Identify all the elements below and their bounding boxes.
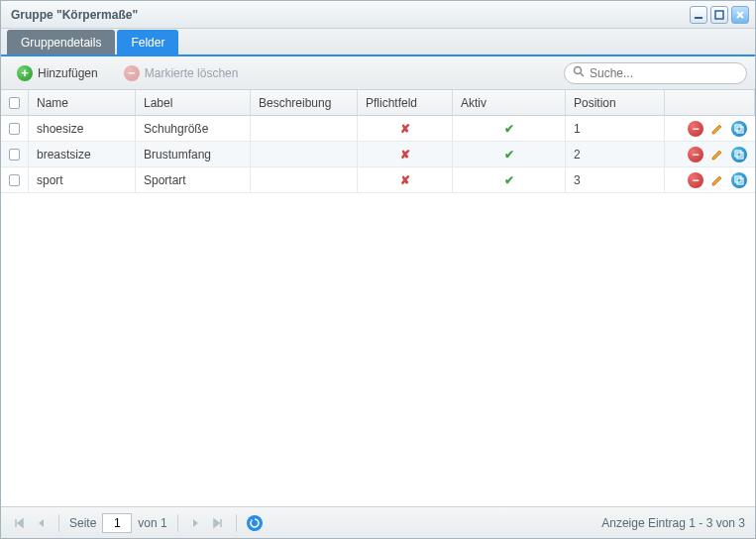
copy-icon (734, 175, 744, 185)
grid-header: Name Label Beschreibung Pflichtfeld Akti… (1, 90, 755, 116)
row-edit-button[interactable] (709, 121, 725, 137)
svg-rect-8 (735, 151, 741, 157)
check-icon: ✔ (504, 122, 514, 136)
copy-icon (734, 124, 744, 134)
x-icon: ✘ (400, 173, 410, 187)
cell-position: 3 (566, 167, 665, 192)
svg-rect-10 (735, 176, 741, 182)
tab-gruppendetails[interactable]: Gruppendetails (7, 30, 115, 54)
select-all-checkbox[interactable] (9, 97, 20, 109)
close-button[interactable] (731, 6, 749, 24)
window: Gruppe "Körpermaße" Gruppendetails Felde… (0, 0, 756, 539)
column-header-position[interactable]: Position (566, 90, 665, 115)
table-row[interactable]: breastsize Brustumfang ✘ ✔ 2 − (1, 142, 755, 167)
toolbar: + Hinzufügen − Markierte löschen (1, 56, 755, 90)
row-edit-button[interactable] (709, 147, 725, 162)
row-checkbox[interactable] (9, 149, 20, 161)
minimize-button[interactable] (690, 6, 707, 24)
svg-rect-11 (737, 178, 743, 184)
row-checkbox[interactable] (9, 123, 20, 135)
cell-beschreibung (251, 116, 358, 141)
check-icon: ✔ (504, 173, 514, 187)
column-header-pflichtfeld[interactable]: Pflichtfeld (358, 90, 453, 115)
refresh-button[interactable] (247, 515, 263, 531)
minus-icon: − (124, 65, 140, 81)
column-header-actions (665, 90, 755, 115)
prev-page-button[interactable] (33, 515, 49, 531)
column-header-name[interactable]: Name (29, 90, 136, 115)
first-page-icon (13, 517, 25, 529)
cell-label: Schuhgröße (136, 116, 251, 141)
pencil-icon (710, 148, 724, 162)
row-delete-button[interactable]: − (688, 147, 703, 162)
cell-name: shoesize (29, 116, 136, 141)
next-page-button[interactable] (188, 515, 204, 531)
last-page-icon (212, 517, 224, 529)
page-label: Seite (69, 516, 96, 530)
cell-label: Sportart (136, 167, 251, 192)
x-icon: ✘ (400, 122, 410, 136)
close-icon (735, 10, 745, 20)
search-icon (573, 65, 585, 80)
pager-separator (236, 514, 237, 532)
grid-body: shoesize Schuhgröße ✘ ✔ 1 − breastsize B… (1, 116, 755, 506)
svg-point-4 (575, 67, 582, 74)
x-icon: ✘ (400, 148, 410, 162)
maximize-button[interactable] (710, 6, 728, 24)
pager-separator (177, 514, 178, 532)
cell-position: 1 (566, 116, 665, 141)
search-box[interactable] (564, 62, 747, 84)
add-button[interactable]: + Hinzufügen (9, 62, 106, 84)
svg-line-5 (581, 73, 584, 76)
column-header-label[interactable]: Label (136, 90, 251, 115)
window-title: Gruppe "Körpermaße" (11, 8, 687, 22)
row-duplicate-button[interactable] (731, 121, 747, 137)
header-checkbox-cell (1, 90, 29, 115)
cell-position: 2 (566, 142, 665, 166)
search-input[interactable] (590, 66, 738, 80)
pencil-icon (710, 122, 724, 136)
table-row[interactable]: sport Sportart ✘ ✔ 3 − (1, 167, 755, 193)
cell-label: Brustumfang (136, 142, 251, 166)
svg-rect-9 (737, 153, 743, 159)
row-delete-button[interactable]: − (688, 121, 703, 137)
plus-icon: + (17, 65, 33, 81)
check-icon: ✔ (504, 148, 514, 162)
maximize-icon (714, 10, 724, 20)
pencil-icon (710, 173, 724, 187)
chevron-left-icon (36, 517, 46, 529)
chevron-right-icon (191, 517, 201, 529)
last-page-button[interactable] (210, 515, 226, 531)
minimize-icon (694, 10, 703, 20)
row-duplicate-button[interactable] (731, 147, 747, 162)
table-row[interactable]: shoesize Schuhgröße ✘ ✔ 1 − (1, 116, 755, 142)
pager: Seite von 1 Anzeige Eintrag 1 - 3 von 3 (1, 506, 755, 538)
pager-status: Anzeige Eintrag 1 - 3 von 3 (601, 516, 745, 530)
cell-name: sport (29, 167, 136, 192)
copy-icon (734, 150, 744, 160)
cell-name: breastsize (29, 142, 136, 166)
column-header-aktiv[interactable]: Aktiv (453, 90, 566, 115)
first-page-button[interactable] (11, 515, 27, 531)
refresh-icon (250, 518, 260, 528)
svg-rect-1 (715, 11, 723, 19)
cell-beschreibung (251, 167, 358, 192)
svg-rect-6 (735, 125, 741, 131)
add-button-label: Hinzufügen (38, 66, 98, 80)
row-delete-button[interactable]: − (688, 172, 703, 188)
page-of-label: von 1 (138, 516, 166, 530)
tabbar: Gruppendetails Felder (1, 29, 755, 56)
row-checkbox[interactable] (9, 174, 20, 186)
column-header-beschreibung[interactable]: Beschreibung (251, 90, 358, 115)
svg-rect-0 (695, 17, 702, 19)
pager-separator (58, 514, 59, 532)
delete-selected-label: Markierte löschen (145, 66, 239, 80)
cell-beschreibung (251, 142, 358, 166)
row-edit-button[interactable] (709, 172, 725, 188)
delete-selected-button[interactable]: − Markierte löschen (116, 62, 247, 84)
svg-rect-7 (737, 127, 743, 133)
row-duplicate-button[interactable] (731, 172, 747, 188)
titlebar: Gruppe "Körpermaße" (1, 1, 755, 29)
tab-felder[interactable]: Felder (117, 30, 178, 54)
page-input[interactable] (102, 513, 132, 533)
